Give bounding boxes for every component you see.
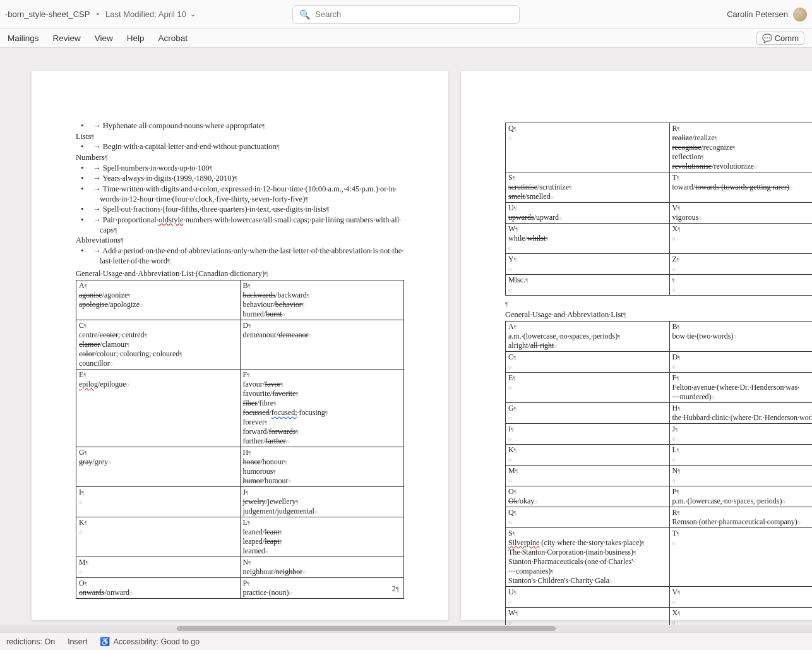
avatar[interactable] (793, 8, 807, 21)
user-area[interactable]: Carolin Petersen (727, 8, 807, 21)
ribbon: Mailings Review View Help Acrobat 💬 Comm (0, 29, 812, 48)
last-modified-label: Last Modified: April 10 (105, 9, 186, 19)
user-name: Carolin Petersen (727, 9, 788, 19)
search-input[interactable] (315, 9, 513, 19)
chevron-down-icon[interactable]: ⌄ (190, 10, 196, 18)
title-bar: -born_style-sheet_CSP • Last Modified: A… (0, 0, 812, 29)
document-name: -born_style-sheet_CSP (5, 9, 90, 19)
comment-icon: 💬 (762, 33, 772, 43)
document-title-area[interactable]: -born_style-sheet_CSP • Last Modified: A… (5, 9, 196, 19)
tab-acrobat[interactable]: Acrobat (158, 33, 188, 43)
tab-view[interactable]: View (95, 33, 113, 43)
separator-dot: • (96, 9, 99, 19)
tab-mailings[interactable]: Mailings (8, 33, 39, 43)
comments-label: Comm (775, 33, 799, 43)
search-box[interactable]: 🔍 (292, 5, 520, 24)
search-container: 🔍 (292, 5, 520, 24)
search-icon: 🔍 (299, 9, 310, 20)
comments-button[interactable]: 💬 Comm (756, 32, 804, 45)
tab-help[interactable]: Help (127, 33, 145, 43)
tab-review[interactable]: Review (53, 33, 81, 43)
